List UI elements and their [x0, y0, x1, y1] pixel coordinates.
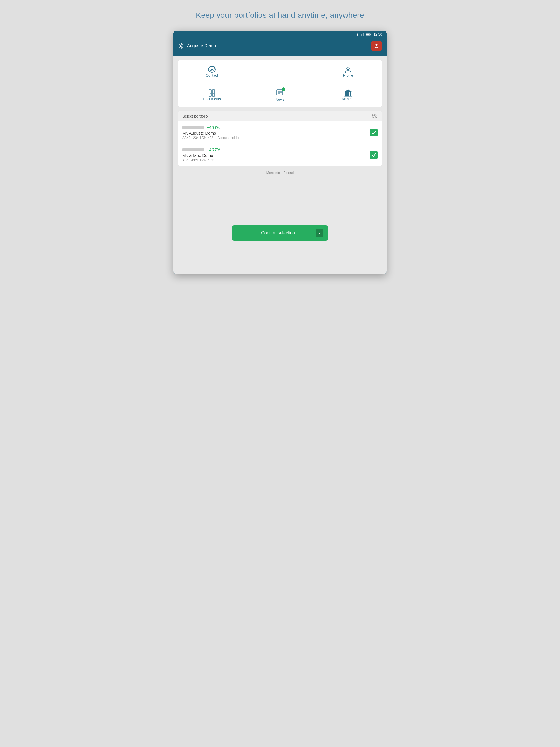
- navigation-grid: Contact Profile: [178, 60, 382, 107]
- amount-bar-2: [182, 148, 204, 152]
- svg-rect-2: [362, 34, 362, 36]
- svg-rect-4: [364, 33, 364, 36]
- nav-item-profile[interactable]: Profile: [314, 60, 382, 83]
- portfolio-header: Select portfolio: [178, 111, 382, 121]
- status-time: 12:30: [373, 32, 382, 36]
- nav-item-news[interactable]: News: [246, 83, 314, 107]
- nav-markets-label: Markets: [342, 97, 354, 101]
- reload-link[interactable]: Reload: [283, 171, 294, 175]
- footer-links: More info Reload: [178, 169, 382, 176]
- nav-row-1: Contact Profile: [178, 60, 382, 83]
- portfolio-change-2: +4,77%: [207, 148, 220, 152]
- confirm-button-label: Confirm selection: [240, 231, 316, 235]
- nav-news-label: News: [276, 97, 285, 101]
- battery-icon: [365, 33, 371, 36]
- nav-profile-label: Profile: [343, 73, 353, 77]
- power-icon: [374, 44, 379, 48]
- nav-contact-label: Contact: [206, 73, 218, 77]
- svg-rect-14: [212, 90, 215, 96]
- portfolio-account-2: AB40 4321 1234 4321: [182, 158, 220, 162]
- svg-point-0: [357, 35, 358, 36]
- svg-rect-30: [344, 92, 352, 93]
- svg-rect-13: [209, 90, 211, 96]
- device-frame: 12:30 Auguste Demo: [173, 31, 387, 274]
- news-badge: [282, 87, 285, 91]
- more-info-link[interactable]: More info: [266, 171, 280, 175]
- eye-slash-icon[interactable]: [372, 114, 378, 119]
- portfolio-name-1: Mr. Auguste Demo: [182, 131, 239, 135]
- svg-rect-7: [366, 34, 370, 35]
- wifi-icon: [355, 33, 360, 36]
- svg-point-10: [210, 69, 211, 70]
- svg-point-8: [180, 45, 182, 47]
- documents-icon: [208, 89, 216, 97]
- page-headline: Keep your portfolios at hand anytime, an…: [196, 11, 364, 20]
- portfolio-checkbox-2[interactable]: [370, 151, 378, 159]
- portfolio-name-2: Mr. & Mrs. Demo: [182, 153, 220, 158]
- portfolio-card: Select portfolio +4,77% Mr. Auguste Demo…: [178, 111, 382, 166]
- status-icons: [355, 33, 371, 36]
- svg-rect-26: [347, 93, 348, 96]
- svg-rect-6: [371, 34, 371, 35]
- confirm-count-badge: 2: [316, 229, 324, 237]
- svg-rect-27: [348, 93, 349, 96]
- check-icon-2: [372, 153, 376, 157]
- header-username: Auguste Demo: [187, 44, 216, 48]
- svg-rect-29: [344, 96, 352, 97]
- contact-icon: [208, 66, 216, 73]
- profile-icon: [344, 66, 352, 73]
- confirm-selection-button[interactable]: Confirm selection 2: [232, 225, 328, 241]
- nav-item-documents[interactable]: Documents: [178, 83, 246, 107]
- signal-icon: [361, 33, 364, 36]
- confirm-button-container: Confirm selection 2: [178, 225, 382, 246]
- portfolio-section-label: Select portfolio: [182, 114, 208, 119]
- main-content: Contact Profile: [173, 55, 387, 274]
- svg-point-11: [213, 69, 213, 70]
- svg-rect-3: [362, 34, 363, 36]
- nav-item-markets[interactable]: Markets: [314, 83, 382, 107]
- check-icon-1: [372, 131, 376, 134]
- portfolio-account-1: AB40 1234 1234 4321 · Account holder: [182, 136, 239, 140]
- app-header: Auguste Demo: [173, 38, 387, 55]
- svg-rect-1: [361, 35, 361, 36]
- svg-point-12: [347, 67, 350, 70]
- power-button[interactable]: [371, 41, 382, 51]
- gear-icon[interactable]: [178, 43, 184, 49]
- status-bar: 12:30: [173, 31, 387, 38]
- svg-marker-31: [345, 89, 352, 92]
- portfolio-checkbox-1[interactable]: [370, 129, 378, 136]
- svg-rect-28: [350, 93, 351, 96]
- nav-row-2: Documents News: [178, 83, 382, 107]
- nav-documents-label: Documents: [203, 97, 221, 101]
- svg-rect-25: [345, 93, 346, 96]
- amount-bar-1: [182, 126, 204, 129]
- markets-icon: [344, 89, 353, 97]
- header-left: Auguste Demo: [178, 43, 216, 49]
- portfolio-change-1: +4,77%: [207, 125, 220, 130]
- nav-item-contact[interactable]: Contact: [178, 60, 246, 83]
- portfolio-item-2[interactable]: +4,77% Mr. & Mrs. Demo AB40 4321 1234 43…: [178, 144, 382, 166]
- portfolio-item-1[interactable]: +4,77% Mr. Auguste Demo AB40 1234 1234 4…: [178, 121, 382, 144]
